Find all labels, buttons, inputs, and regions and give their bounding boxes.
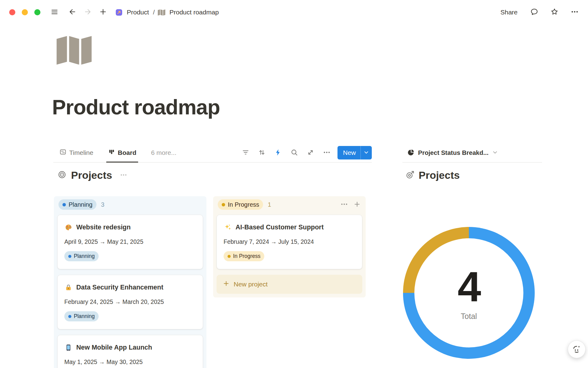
comments-button[interactable] [529,7,540,18]
status-tag: In Progress [224,251,264,261]
plus-icon [353,200,361,209]
ellipsis-icon [571,8,579,17]
breadcrumb: Product / Product roadmap [115,8,220,17]
card-title: AI-Based Customer Support [236,223,324,232]
search-icon [290,148,298,157]
status-pill-planning[interactable]: Planning [58,199,96,210]
breadcrumb-separator: / [153,9,155,16]
column-add-card-button[interactable] [353,200,361,209]
target-icon [58,170,66,180]
breadcrumb-root[interactable]: Product [126,8,150,17]
donut-arrow-icon [405,170,415,181]
zoom-window-button[interactable] [34,9,40,15]
panel-section-title: Projects [419,169,460,181]
timeline-view-icon [59,148,66,157]
donut-total-label: Total [461,312,477,321]
phone-icon [64,343,72,351]
status-dot-blue [68,255,71,258]
tab-timeline[interactable]: Timeline [58,143,95,163]
sort-icon [258,148,266,157]
minimize-window-button[interactable] [22,9,28,15]
column-header: Planning 3 [57,199,203,210]
pie-chart-icon [407,149,415,157]
card-dates: May 1, 2025 → May 30, 2025 [64,358,196,366]
page-title[interactable]: Product roadmap [52,95,220,119]
card-data-security-enhancement[interactable]: Data Security Enhancement February 24, 2… [57,275,203,329]
arrow-left-icon [68,8,77,17]
traffic-lights [9,9,40,15]
share-button[interactable]: Share [499,8,519,16]
filter-button[interactable] [242,149,250,157]
board-section-head: Projects [58,169,127,181]
close-window-button[interactable] [9,9,15,15]
column-options-button[interactable] [340,200,348,209]
ellipsis-icon [340,200,348,209]
more-views-button[interactable]: 6 more... [149,149,178,157]
ai-button[interactable] [568,340,586,358]
expand-diagonal-icon [307,148,315,157]
view-row-divider [53,162,372,163]
tab-board[interactable]: Board [106,143,138,163]
back-button[interactable] [67,7,78,18]
view-options-button[interactable] [323,149,331,157]
status-dot-blue [62,203,66,206]
page-options-button[interactable] [569,7,580,18]
folded-map-icon [56,61,92,66]
view-toolbar [242,149,331,157]
column-count: 3 [101,201,104,208]
board-section-options-button[interactable] [120,171,127,180]
board-view-icon [108,148,115,157]
palette-icon [64,223,72,231]
ellipsis-icon [323,148,331,157]
card-website-redesign[interactable]: Website redesign April 9, 2025 → May 21,… [57,215,203,269]
hamburger-icon [51,8,58,17]
card-dates: April 9, 2025 → May 21, 2025 [64,238,196,246]
ellipsis-icon [120,171,127,180]
page-icon[interactable] [56,35,92,66]
panel-section-head: Projects [405,169,460,181]
sort-button[interactable] [258,149,266,157]
plus-icon [223,280,230,289]
card-title: New Mobile App Launch [76,343,152,352]
chevron-down-icon [492,149,498,156]
favorite-button[interactable] [549,7,560,18]
map-icon [158,9,165,16]
status-pill-in-progress[interactable]: In Progress [218,199,263,210]
status-dot-blue [68,315,71,318]
sidebar-toggle-button[interactable] [49,7,60,18]
new-button[interactable]: New [337,149,360,156]
card-dates: February 7, 2024 → July 15, 2024 [224,238,355,246]
status-breakdown-header[interactable]: Project Status Breakd... [407,145,498,160]
breadcrumb-current[interactable]: Product roadmap [168,8,220,17]
chevron-down-icon [363,149,370,157]
card-dates: February 24, 2025 → March 20, 2025 [64,298,196,306]
status-dot-yellow [222,203,225,206]
comment-icon [530,8,538,17]
topbar-actions: Share [499,7,580,18]
board-section-title: Projects [71,169,112,181]
forward-button[interactable] [82,7,93,18]
card-ai-based-customer-support[interactable]: AI-Based Customer Support February 7, 20… [217,215,362,269]
product-page-icon [115,9,123,16]
ai-face-icon [572,344,582,355]
plus-icon [99,8,107,17]
donut-hole: 4 Total [414,238,523,347]
panel-title: Project Status Breakd... [418,149,488,156]
card-title: Data Security Enhancement [76,283,163,292]
new-project-button[interactable]: New project [217,275,362,294]
filter-icon [242,148,250,157]
automations-button[interactable] [274,149,282,157]
status-dot-yellow [228,255,231,258]
column-count: 1 [268,201,271,208]
new-page-button[interactable] [97,7,108,18]
expand-button[interactable] [307,149,315,157]
new-dropdown-button[interactable] [361,146,372,159]
donut-total-value: 4 [458,265,480,308]
star-icon [550,8,559,17]
view-tabs-row: Timeline Board 6 more... [53,143,372,163]
status-donut: 4 Total [403,227,535,359]
panel-divider [402,162,542,163]
card-new-mobile-app-launch[interactable]: New Mobile App Launch May 1, 2025 → May … [57,335,203,368]
lock-icon [64,283,72,291]
search-button[interactable] [290,149,298,157]
